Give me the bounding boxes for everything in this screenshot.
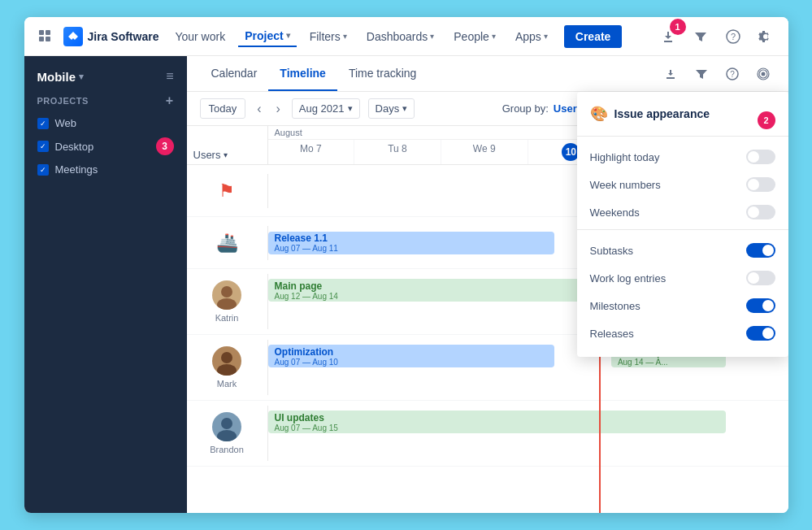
svg-point-10: [217, 298, 237, 310]
svg-rect-2: [39, 37, 44, 41]
date-picker[interactable]: Aug 2021 ▾: [292, 98, 360, 119]
toggle-work-log[interactable]: [746, 271, 775, 285]
svg-point-12: [217, 364, 237, 376]
toggle-weekends[interactable]: [746, 205, 775, 219]
settings-icon[interactable]: [753, 24, 779, 50]
bar-optimization[interactable]: Optimization Aug 07 — Aug 10: [268, 345, 554, 367]
avatar-katrin: [212, 280, 241, 310]
top-navigation: Jira Software Your work Project ▾ Filter…: [24, 17, 788, 56]
tabs-right-actions: ?: [658, 62, 775, 86]
toggle-subtasks[interactable]: [746, 243, 775, 258]
download-tab-icon[interactable]: [658, 62, 683, 86]
settings-tab-icon[interactable]: [751, 62, 775, 86]
chevron-down-icon: ▾: [492, 32, 496, 41]
app-logo[interactable]: Jira Software: [63, 27, 159, 46]
create-button[interactable]: Create: [564, 25, 623, 48]
user-name-brandon: Brandon: [210, 445, 244, 454]
toggle-highlight-today[interactable]: [746, 150, 775, 164]
users-col-header: Users ▾: [187, 126, 268, 164]
svg-rect-0: [39, 30, 44, 35]
app-window: Jira Software Your work Project ▾ Filter…: [24, 17, 788, 513]
user-cell-brandon: Brandon: [187, 406, 268, 461]
user-cell-mark: Mark: [187, 340, 268, 395]
panel-subtasks: Subtasks: [577, 237, 788, 264]
nav-dashboards[interactable]: Dashboards ▾: [360, 27, 441, 46]
help-tab-icon[interactable]: ?: [720, 62, 745, 86]
tab-time-tracking[interactable]: Time tracking: [337, 57, 428, 91]
sidebar-item-desktop[interactable]: Desktop 3: [24, 133, 187, 159]
users-sort[interactable]: Users ▾: [193, 149, 228, 161]
sidebar-projects-section: Projects +: [24, 93, 187, 113]
nav-people[interactable]: People ▾: [447, 27, 502, 46]
sidebar-project-title[interactable]: Mobile ▾: [37, 70, 85, 84]
checkbox-meetings[interactable]: [37, 164, 49, 176]
app-name: Jira Software: [88, 30, 159, 43]
panel-divider: [577, 136, 788, 137]
badge-1: 1: [670, 19, 686, 35]
table-row: Brandon UI updates Aug 07 — Aug 15: [187, 401, 788, 467]
svg-rect-1: [46, 30, 50, 35]
svg-point-9: [221, 286, 232, 298]
view-unit-picker[interactable]: Days ▾: [368, 98, 415, 119]
toggle-week-numbers[interactable]: [746, 177, 775, 192]
chevron-down-icon: ▾: [430, 32, 434, 41]
sidebar-item-web[interactable]: Web: [24, 113, 187, 133]
panel-week-numbers: Week numbers: [577, 171, 788, 198]
main-body: Mobile ▾ ≡ Projects + Web Desktop 3 Meet…: [24, 56, 788, 513]
day-8: Tu 8: [354, 140, 441, 164]
panel-title: Issue appearance: [614, 107, 710, 120]
toggle-releases[interactable]: [746, 326, 775, 341]
bar-release[interactable]: Release 1.1 Aug 07 — Aug 11: [268, 232, 554, 254]
toggle-milestones[interactable]: [746, 298, 775, 313]
avatar-mark: [212, 346, 241, 376]
nav-project[interactable]: Project ▾: [238, 26, 296, 47]
nav-filters[interactable]: Filters ▾: [303, 27, 354, 46]
chevron-down-icon: ▾: [348, 103, 353, 114]
svg-point-14: [217, 430, 237, 441]
grid-icon[interactable]: [34, 25, 57, 48]
checkbox-desktop[interactable]: [37, 141, 49, 152]
user-cell-flag: ⚑: [187, 174, 268, 208]
nav-your-work[interactable]: Your work: [168, 27, 232, 46]
avatar-brandon: [212, 412, 241, 441]
chevron-down-icon: ▾: [544, 32, 548, 41]
tab-calendar[interactable]: Calendar: [200, 57, 269, 91]
user-name-mark: Mark: [217, 379, 237, 389]
help-icon[interactable]: ?: [720, 24, 746, 50]
sidebar: Mobile ▾ ≡ Projects + Web Desktop 3 Meet…: [24, 56, 187, 513]
sidebar-collapse-icon[interactable]: ≡: [166, 69, 173, 84]
bar-ui-updates[interactable]: UI updates Aug 07 — Aug 15: [268, 411, 726, 433]
filter-icon[interactable]: [688, 24, 714, 50]
next-arrow[interactable]: ›: [273, 100, 284, 118]
svg-point-11: [221, 352, 232, 363]
checkbox-web[interactable]: [37, 118, 49, 129]
day-9: We 9: [441, 140, 528, 164]
nav-apps[interactable]: Apps ▾: [509, 27, 554, 46]
flag-icon: ⚑: [219, 180, 235, 202]
view-tabs: Calendar Timeline Time tracking: [187, 56, 788, 92]
panel-weekends: Weekends: [577, 198, 788, 226]
panel-highlight-today: Highlight today: [577, 143, 788, 171]
chevron-down-icon: ▾: [402, 103, 407, 114]
ship-icon: 🚢: [216, 232, 238, 254]
today-button[interactable]: Today: [200, 98, 246, 119]
sidebar-header: Mobile ▾ ≡: [24, 66, 187, 93]
user-cell-ship: 🚢: [187, 226, 268, 260]
filter-tab-icon[interactable]: [689, 62, 714, 86]
content-area: Calendar Timeline Time tracking: [187, 56, 788, 513]
day-7: Mo 7: [268, 140, 355, 164]
badge-2: 2: [758, 111, 775, 129]
tab-timeline[interactable]: Timeline: [268, 57, 337, 91]
panel-milestones: Milestones: [577, 292, 788, 319]
view-dropdown-panel: 🎨 Issue appearance 2 Highlight today Wee…: [577, 92, 788, 357]
prev-arrow[interactable]: ‹: [254, 100, 264, 118]
svg-rect-3: [46, 37, 50, 41]
add-project-icon[interactable]: +: [166, 93, 174, 108]
svg-text:?: ?: [730, 32, 735, 41]
settings-wrap: [751, 62, 775, 86]
sidebar-item-meetings[interactable]: Meetings: [24, 159, 187, 180]
badge-3: 3: [156, 137, 174, 155]
user-name-katrin: Katrin: [215, 313, 239, 323]
panel-divider-2: [577, 229, 788, 230]
chevron-down-icon: ▾: [79, 72, 84, 82]
